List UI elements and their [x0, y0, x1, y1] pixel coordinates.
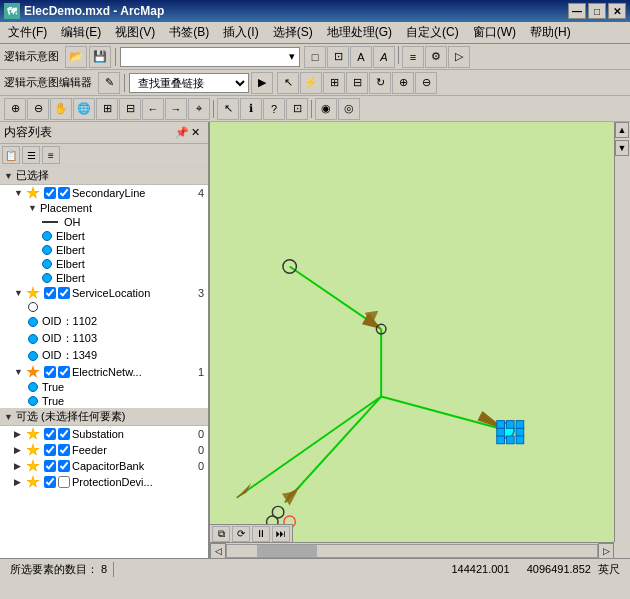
nav-full-extent[interactable]: ⊞ — [96, 98, 118, 120]
feeder-check2[interactable] — [58, 444, 70, 456]
electricnetwork-check2[interactable] — [58, 366, 70, 378]
nav-select-arrow[interactable]: ↖ — [217, 98, 239, 120]
electricnetwork-check[interactable] — [44, 366, 56, 378]
tool-btn-1[interactable]: □ — [304, 46, 326, 68]
menu-select[interactable]: 选择(S) — [267, 22, 319, 43]
overlap-combobox[interactable]: 查找重叠链接 — [129, 73, 249, 93]
capacitorbank-check[interactable] — [44, 460, 56, 472]
vscroll[interactable]: ▲ ▼ — [614, 122, 630, 542]
toolbar-open-btn[interactable]: 📂 — [65, 46, 87, 68]
feeder-check[interactable] — [44, 444, 56, 456]
tool-btn-6[interactable]: ⚙ — [425, 46, 447, 68]
placement-expand[interactable]: ▼ — [28, 203, 38, 213]
substation-check[interactable] — [44, 428, 56, 440]
nav-zoom-out[interactable]: ⊖ — [27, 98, 49, 120]
minimize-button[interactable]: — — [568, 3, 586, 19]
hscroll-left-btn[interactable]: ◁ — [210, 543, 226, 559]
unselected-expand-icon[interactable]: ▼ — [4, 412, 14, 422]
toc-close-icon[interactable]: ✕ — [191, 126, 200, 139]
editor-btn1[interactable]: ↖ — [277, 72, 299, 94]
toc-item-elbert3: Elbert — [0, 257, 208, 271]
substation-check2[interactable] — [58, 428, 70, 440]
map-refresh-btn[interactable]: ⟳ — [232, 526, 250, 542]
nav-help-cursor[interactable]: ? — [263, 98, 285, 120]
tool-btn-7[interactable]: ▷ — [448, 46, 470, 68]
nav-center[interactable]: ⌖ — [188, 98, 210, 120]
selected-expand-icon[interactable]: ▼ — [4, 171, 14, 181]
title-bar-left: 🗺 ElecDemo.mxd - ArcMap — [4, 3, 164, 19]
menu-file[interactable]: 文件(F) — [2, 22, 53, 43]
toolbar-save-btn[interactable]: 💾 — [89, 46, 111, 68]
feeder-expand[interactable]: ▶ — [14, 445, 24, 455]
elbert1-label: Elbert — [56, 230, 85, 242]
nav-forward[interactable]: → — [165, 98, 187, 120]
map-pages-btn[interactable]: ⧉ — [212, 526, 230, 542]
map-pause-btn[interactable]: ⏸ — [252, 526, 270, 542]
status-selection-count: 8 — [101, 563, 107, 575]
hscroll-right-btn[interactable]: ▷ — [598, 543, 614, 559]
substation-expand[interactable]: ▶ — [14, 429, 24, 439]
menu-edit[interactable]: 编辑(E) — [55, 22, 107, 43]
nav-extra1[interactable]: ◉ — [315, 98, 337, 120]
servicelocation-check[interactable] — [44, 287, 56, 299]
toc-list-btn[interactable]: 📋 — [2, 146, 20, 164]
elbert2-label: Elbert — [56, 244, 85, 256]
editor-btn3[interactable]: ⊞ — [323, 72, 345, 94]
menu-window[interactable]: 窗口(W) — [467, 22, 522, 43]
diagram-dropdown[interactable]: ▾ — [120, 47, 300, 67]
editor-tool-btn[interactable]: ✎ — [98, 72, 120, 94]
nav-back[interactable]: ← — [142, 98, 164, 120]
nav-identify[interactable]: ℹ — [240, 98, 262, 120]
secondaryline-expand[interactable]: ▼ — [14, 188, 24, 198]
secondaryline-check[interactable] — [44, 187, 56, 199]
electricnetwork-expand[interactable]: ▼ — [14, 367, 24, 377]
tool-btn-5[interactable]: ≡ — [402, 46, 424, 68]
protectiondevice-expand[interactable]: ▶ — [14, 477, 24, 487]
servicelocation-check2[interactable] — [58, 287, 70, 299]
toc-header: 内容列表 📌 ✕ — [0, 122, 208, 144]
maximize-button[interactable]: □ — [588, 3, 606, 19]
hscroll-track[interactable] — [226, 544, 598, 558]
close-button[interactable]: ✕ — [608, 3, 626, 19]
editor-btn5[interactable]: ↻ — [369, 72, 391, 94]
oid1349-label: OID：1349 — [42, 348, 97, 363]
tool-btn-4[interactable]: A — [373, 46, 395, 68]
nav-zoom-prev[interactable]: ⊟ — [119, 98, 141, 120]
tool-btn-2[interactable]: ⊡ — [327, 46, 349, 68]
vscroll-up-btn[interactable]: ▲ — [615, 122, 629, 138]
editor-btn2[interactable]: ⚡ — [300, 72, 322, 94]
capacitorbank-check2[interactable] — [58, 460, 70, 472]
menu-geoprocessing[interactable]: 地理处理(G) — [321, 22, 398, 43]
nav-globe[interactable]: 🌐 — [73, 98, 95, 120]
toc-layers-btn[interactable]: ☰ — [22, 146, 40, 164]
menu-customize[interactable]: 自定义(C) — [400, 22, 465, 43]
svg-line-3 — [381, 397, 506, 431]
hscroll-thumb[interactable] — [257, 545, 317, 557]
editor-btn6[interactable]: ⊕ — [392, 72, 414, 94]
capacitorbank-expand[interactable]: ▶ — [14, 461, 24, 471]
menu-bookmarks[interactable]: 书签(B) — [163, 22, 215, 43]
nav-pan[interactable]: ✋ — [50, 98, 72, 120]
status-selection: 所选要素的数目： 8 — [4, 562, 114, 577]
tool-btn-3[interactable]: A — [350, 46, 372, 68]
nav-extra2[interactable]: ◎ — [338, 98, 360, 120]
map-step-btn[interactable]: ⏭ — [272, 526, 290, 542]
nav-measure[interactable]: ⊡ — [286, 98, 308, 120]
toc-pin-icon[interactable]: 📌 — [175, 126, 189, 139]
editor-btn7[interactable]: ⊖ — [415, 72, 437, 94]
editor-btn4[interactable]: ⊟ — [346, 72, 368, 94]
servicelocation-expand[interactable]: ▼ — [14, 288, 24, 298]
menu-help[interactable]: 帮助(H) — [524, 22, 577, 43]
oh-line-icon — [42, 221, 58, 223]
toc-options-btn[interactable]: ≡ — [42, 146, 60, 164]
nav-zoom-in[interactable]: ⊕ — [4, 98, 26, 120]
protectiondevice-check[interactable] — [44, 476, 56, 488]
protectiondevice-check2[interactable] — [58, 476, 70, 488]
vscroll-down-btn[interactable]: ▼ — [615, 140, 629, 156]
menu-insert[interactable]: 插入(I) — [217, 22, 264, 43]
secondaryline-check2[interactable] — [58, 187, 70, 199]
true2-icon — [28, 396, 38, 406]
menu-view[interactable]: 视图(V) — [109, 22, 161, 43]
combobox-go-btn[interactable]: ▶ — [251, 72, 273, 94]
map-area[interactable]: ◁ ▷ ▲ ▼ ⧉ ⟳ ⏸ ⏭ — [210, 122, 630, 558]
